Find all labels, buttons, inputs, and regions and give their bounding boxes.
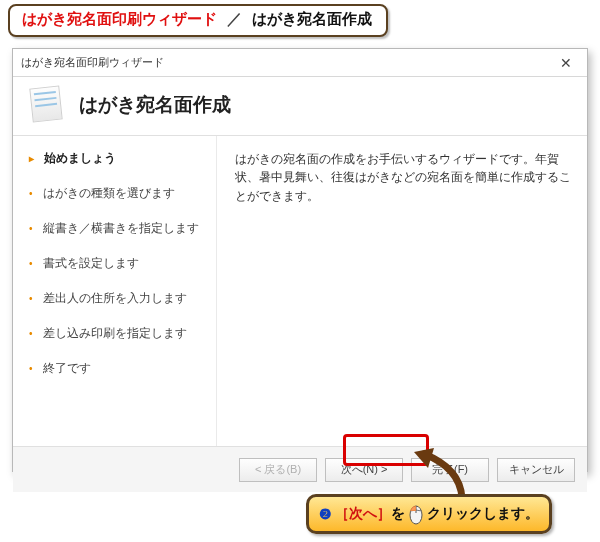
step-label: 終了です <box>43 360 91 377</box>
wizard-dialog: はがき宛名面印刷ウィザード ✕ はがき宛名面作成 始めましょう はがきの種類を選… <box>12 48 588 472</box>
banner-mid: を <box>391 505 405 523</box>
step-label: 始めましょう <box>44 150 116 167</box>
step-item[interactable]: 縦書き／横書きを指定します <box>29 220 208 237</box>
step-label: 差出人の住所を入力します <box>43 290 187 307</box>
cancel-button[interactable]: キャンセル <box>497 458 575 482</box>
wizard-body: 始めましょう はがきの種類を選びます 縦書き／横書きを指定します 書式を設定しま… <box>13 136 587 446</box>
step-label: 書式を設定します <box>43 255 139 272</box>
button-row: < 戻る(B) 次へ(N) > 完了(F) キャンセル <box>13 446 587 492</box>
banner-tail: クリックします。 <box>427 505 539 523</box>
banner-top-sep: ／ <box>227 10 242 27</box>
mouse-icon <box>408 503 424 525</box>
postcard-icon <box>27 85 67 125</box>
banner-top-black: はがき宛名面作成 <box>252 10 372 27</box>
step-label: 差し込み印刷を指定します <box>43 325 187 342</box>
step-item[interactable]: 差し込み印刷を指定します <box>29 325 208 342</box>
bracket-open: ［ <box>335 505 349 523</box>
bracket-close: ］ <box>377 505 391 523</box>
step-list: 始めましょう はがきの種類を選びます 縦書き／横書きを指定します 書式を設定しま… <box>13 136 217 446</box>
step-item[interactable]: 始めましょう <box>29 150 208 167</box>
instruction-banner-top: はがき宛名面印刷ウィザード ／ はがき宛名面作成 <box>8 4 388 37</box>
wizard-description: はがきの宛名面の作成をお手伝いするウィザードです。年賀状、暑中見舞い、往復はがき… <box>217 136 587 446</box>
step-number: ❷ <box>319 506 332 522</box>
step-label: はがきの種類を選びます <box>43 185 175 202</box>
close-icon: ✕ <box>560 55 572 71</box>
next-button[interactable]: 次へ(N) > <box>325 458 403 482</box>
finish-button[interactable]: 完了(F) <box>411 458 489 482</box>
back-button: < 戻る(B) <box>239 458 317 482</box>
banner-red: 次へ <box>349 505 377 523</box>
wizard-title: はがき宛名面作成 <box>79 92 231 118</box>
step-item[interactable]: 終了です <box>29 360 208 377</box>
titlebar: はがき宛名面印刷ウィザード ✕ <box>13 49 587 77</box>
close-button[interactable]: ✕ <box>545 49 587 77</box>
titlebar-text: はがき宛名面印刷ウィザード <box>21 55 164 70</box>
instruction-banner-bottom: ❷ ［ 次へ ］ を クリックします。 <box>306 494 552 534</box>
step-item[interactable]: はがきの種類を選びます <box>29 185 208 202</box>
step-item[interactable]: 差出人の住所を入力します <box>29 290 208 307</box>
wizard-header: はがき宛名面作成 <box>13 77 587 136</box>
step-label: 縦書き／横書きを指定します <box>43 220 199 237</box>
banner-top-red: はがき宛名面印刷ウィザード <box>22 10 217 27</box>
step-item[interactable]: 書式を設定します <box>29 255 208 272</box>
